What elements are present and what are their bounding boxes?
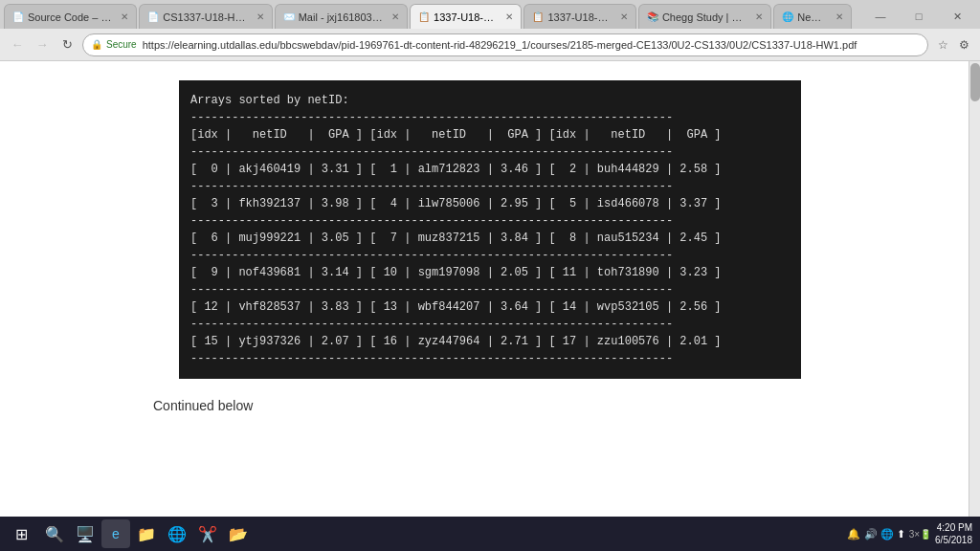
taskbar-edge[interactable]: e (101, 519, 130, 548)
continued-below-text: Continued below (0, 398, 253, 413)
bookmark-icon[interactable]: ☆ (934, 36, 951, 54)
tab-close-tab4[interactable]: ✕ (505, 11, 513, 22)
browser-tab-tab2[interactable]: 📄CS1337-U18-HW1.pdf✕ (139, 4, 272, 29)
tab-favicon-tab5: 📋 (532, 11, 544, 22)
tab-close-tab1[interactable]: ✕ (121, 11, 128, 22)
browser-tab-tab3[interactable]: ✉️Mail - jxj16180309uto...✕ (275, 4, 408, 29)
tab-close-tab2[interactable]: ✕ (256, 11, 264, 22)
tab-close-tab7[interactable]: ✕ (835, 11, 843, 22)
window-controls: — □ ✕ (861, 4, 976, 29)
tab-favicon-tab6: 📚 (647, 11, 658, 22)
secure-label: Secure (106, 39, 137, 50)
browser-tab-tab1[interactable]: 📄Source Code – CS 133...✕ (4, 4, 137, 29)
minimize-button[interactable]: — (861, 4, 900, 29)
start-button[interactable]: ⊞ (4, 518, 38, 549)
tab-label-tab2: CS1337-U18-HW1.pdf (163, 11, 248, 23)
tab-label-tab5: 1337-U18-Quiz-1 (547, 11, 612, 23)
close-button[interactable]: ✕ (938, 4, 976, 29)
browser-tab-tab7[interactable]: 🌐New Tab✕ (773, 4, 852, 29)
taskbar: ⊞ 🔍 🖥️ e 📁 🌐 ✂️ 📂 🔔 🔊 🌐 ⬆ 3×🔋 4:20 PM 6/… (0, 517, 980, 551)
tab-favicon-tab4: 📋 (418, 11, 430, 22)
tab-label-tab4: 1337-U18-Quiz-1 (434, 11, 498, 23)
taskbar-system-icons: 🔔 🔊 🌐 ⬆ (847, 528, 904, 540)
tab-close-tab6[interactable]: ✕ (755, 11, 763, 22)
tab-close-tab3[interactable]: ✕ (391, 11, 399, 22)
tab-label-tab6: Chegg Study | Guided... (662, 11, 747, 23)
back-button[interactable]: ← (8, 35, 27, 55)
reload-button[interactable]: ↻ (57, 35, 77, 55)
tab-close-tab5[interactable]: ✕ (620, 11, 628, 22)
browser-controls-bar: ← → ↻ 🔒 Secure ☆ ⚙ (0, 29, 980, 61)
browser-tab-tab5[interactable]: 📋1337-U18-Quiz-1✕ (523, 4, 635, 29)
browser-tab-tab4[interactable]: 📋1337-U18-Quiz-1✕ (410, 4, 522, 29)
address-bar-container: 🔒 Secure (82, 33, 928, 56)
taskbar-files[interactable]: 📂 (224, 519, 253, 548)
taskbar-task-view[interactable]: 🖥️ (71, 519, 100, 548)
extensions-icon[interactable]: ⚙ (955, 36, 972, 54)
terminal-output: Arrays sorted by netID: ----------------… (179, 80, 801, 379)
tab-bar: 📄Source Code – CS 133...✕📄CS1337-U18-HW1… (0, 0, 980, 29)
tab-favicon-tab7: 🌐 (782, 11, 793, 22)
forward-button[interactable]: → (33, 35, 52, 55)
tab-label-tab7: New Tab (797, 11, 828, 23)
tab-label-tab3: Mail - jxj16180309uto... (299, 11, 384, 23)
maximize-button[interactable]: □ (900, 4, 938, 29)
taskbar-search[interactable]: 🔍 (40, 519, 69, 548)
secure-icon: 🔒 (91, 39, 102, 50)
browser-action-buttons: ☆ ⚙ (934, 36, 972, 54)
taskbar-clock[interactable]: 4:20 PM 6/5/2018 (935, 521, 972, 546)
tab-favicon-tab1: 📄 (12, 11, 24, 22)
tab-favicon-tab3: ✉️ (283, 11, 295, 22)
tab-favicon-tab2: 📄 (147, 11, 159, 22)
browser-tab-tab6[interactable]: 📚Chegg Study | Guided...✕ (638, 4, 771, 29)
tab-label-tab1: Source Code – CS 133... (28, 11, 113, 23)
browser-window: 📄Source Code – CS 133...✕📄CS1337-U18-HW1… (0, 0, 980, 551)
scrollbar[interactable] (969, 61, 980, 517)
taskbar-explorer[interactable]: 📁 (132, 519, 161, 548)
scrollbar-thumb[interactable] (970, 63, 980, 101)
taskbar-snip[interactable]: ✂️ (193, 519, 222, 548)
taskbar-chrome[interactable]: 🌐 (163, 519, 191, 548)
address-bar[interactable] (143, 39, 920, 51)
taskbar-right-area: 🔔 🔊 🌐 ⬆ 3×🔋 4:20 PM 6/5/2018 (847, 521, 976, 546)
page-content: Arrays sorted by netID: ----------------… (0, 61, 980, 551)
taskbar-battery: 3×🔋 (909, 529, 931, 540)
